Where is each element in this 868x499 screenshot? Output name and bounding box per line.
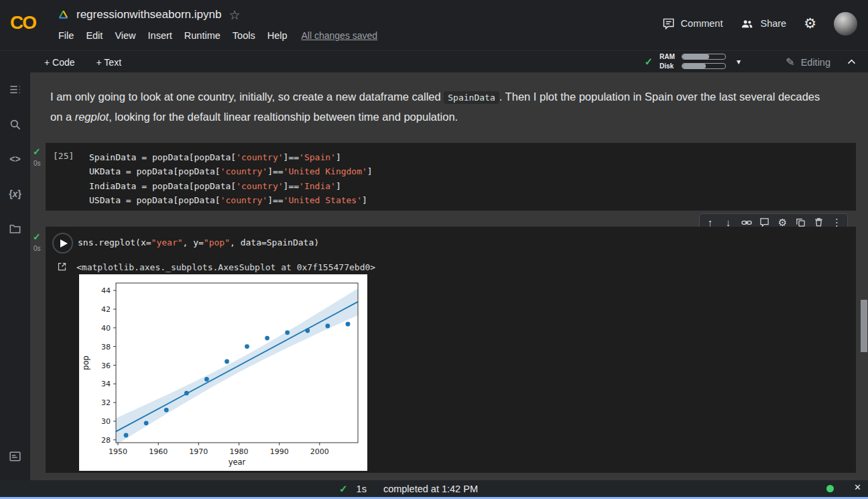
- chevron-down-icon[interactable]: ▾: [737, 57, 741, 66]
- svg-text:pop: pop: [81, 355, 90, 370]
- vertical-scrollbar[interactable]: [860, 72, 868, 480]
- markdown-italic-regplot: regplot: [75, 111, 109, 123]
- matplotlib-figure: 1950196019701980199020002830323436384042…: [79, 274, 367, 471]
- table-of-contents-icon[interactable]: [0, 76, 30, 103]
- avatar[interactable]: [834, 12, 857, 36]
- menu-view[interactable]: View: [109, 27, 141, 44]
- cell1-success-check-icon: ✓: [33, 146, 41, 157]
- settings-gear-icon[interactable]: ⚙: [804, 15, 816, 32]
- cell2-exec-time: 0s: [34, 245, 41, 252]
- ram-usage-bar: [682, 54, 726, 60]
- output-repr: <matplotlib.axes._subplots.AxesSubplot a…: [76, 262, 375, 272]
- markdown-text: I am only going to look at one country, …: [50, 91, 444, 103]
- svg-text:28: 28: [101, 436, 111, 445]
- code-editor-1[interactable]: SpainData = popData[popData['country']==…: [46, 143, 856, 208]
- comment-button[interactable]: Comment: [662, 17, 723, 30]
- close-status-bar-icon[interactable]: ✕: [854, 482, 861, 492]
- scrollbar-thumb[interactable]: [861, 300, 867, 352]
- terminal-icon[interactable]: [0, 443, 30, 469]
- svg-text:2000: 2000: [310, 447, 329, 456]
- notebook-title[interactable]: regressionwithseaborn.ipynb: [76, 8, 221, 21]
- app-header: CO regressionwithseaborn.ipynb ☆ File Ed…: [0, 0, 868, 50]
- svg-text:40: 40: [101, 324, 111, 333]
- resource-monitor[interactable]: ✓ RAM Disk ▾: [644, 53, 741, 70]
- svg-text:year: year: [229, 457, 246, 467]
- status-bar: ✓ 1s completed at 1:42 PM ✕: [0, 480, 868, 497]
- svg-text:1950: 1950: [109, 447, 127, 456]
- code-cell-1[interactable]: [25] SpainData = popData[popData['countr…: [46, 143, 856, 211]
- menu-help[interactable]: Help: [261, 27, 294, 44]
- connected-check-icon: ✓: [644, 56, 653, 68]
- status-check-icon: ✓: [339, 483, 348, 495]
- share-people-icon: [740, 17, 754, 30]
- editing-mode[interactable]: ✎ Editing: [786, 51, 830, 73]
- regplot-chart: 1950196019701980199020002830323436384042…: [79, 274, 367, 471]
- search-icon[interactable]: [0, 111, 30, 137]
- drive-icon: [58, 9, 69, 20]
- colab-app: CO regressionwithseaborn.ipynb ☆ File Ed…: [0, 0, 868, 499]
- output-icon: [57, 262, 67, 272]
- status-exec-time: 1s: [357, 484, 367, 494]
- code-cell-2[interactable]: sns.regplot(x="year", y="pop", data=Spai…: [46, 227, 856, 473]
- menu-bar: File Edit View Insert Runtime Tools Help…: [52, 27, 377, 44]
- cell2-success-check-icon: ✓: [33, 231, 41, 242]
- run-cell-button[interactable]: [52, 233, 73, 254]
- execution-count: [25]: [53, 151, 74, 161]
- menu-insert[interactable]: Insert: [142, 27, 178, 44]
- cell1-exec-time: 0s: [34, 160, 41, 167]
- svg-text:32: 32: [101, 398, 111, 407]
- editing-label: Editing: [801, 57, 830, 68]
- notebook-toolbar: + Code + Text ✓ RAM Disk ▾ ✎ Editing: [0, 50, 868, 72]
- notebook-scroll-area[interactable]: I am only going to look at one country, …: [30, 72, 860, 480]
- svg-text:1970: 1970: [189, 447, 208, 456]
- menu-file[interactable]: File: [52, 27, 80, 44]
- disk-label: Disk: [660, 62, 677, 70]
- save-status[interactable]: All changes saved: [302, 30, 378, 41]
- disk-usage-bar: [682, 63, 726, 69]
- svg-text:42: 42: [101, 305, 111, 314]
- variables-icon[interactable]: {x}: [0, 180, 30, 207]
- add-text-button[interactable]: + Text: [97, 57, 122, 68]
- code-editor-2[interactable]: sns.regplot(x="year", y="pop", data=Spai…: [78, 237, 319, 247]
- svg-text:36: 36: [101, 362, 111, 370]
- star-icon[interactable]: ☆: [229, 7, 240, 23]
- colab-logo[interactable]: CO: [10, 12, 36, 34]
- markdown-cell[interactable]: I am only going to look at one country, …: [50, 87, 831, 127]
- execution-status: ✓ 1s completed at 1:42 PM: [339, 480, 478, 497]
- header-actions: Comment Share ⚙: [662, 9, 857, 38]
- comment-icon: [662, 17, 675, 30]
- files-folder-icon[interactable]: [0, 215, 30, 242]
- menu-edit[interactable]: Edit: [80, 27, 109, 44]
- connection-status-dot: [826, 485, 834, 492]
- title-row: regressionwithseaborn.ipynb ☆: [58, 5, 240, 24]
- menu-runtime[interactable]: Runtime: [178, 27, 227, 44]
- status-message: completed at 1:42 PM: [383, 484, 478, 494]
- share-label: Share: [760, 18, 786, 29]
- code-snippets-icon[interactable]: <>: [0, 146, 30, 172]
- ram-label: RAM: [660, 53, 677, 60]
- svg-text:30: 30: [101, 417, 111, 426]
- resource-bars: RAM Disk: [660, 53, 726, 70]
- svg-text:38: 38: [101, 343, 111, 351]
- markdown-text: , looking for the default linear realtio…: [109, 111, 458, 123]
- collapse-header-button[interactable]: [846, 56, 857, 68]
- menu-tools[interactable]: Tools: [227, 27, 261, 44]
- add-cell-buttons: + Code + Text: [44, 51, 121, 73]
- comment-label: Comment: [681, 18, 723, 29]
- svg-text:44: 44: [101, 286, 111, 295]
- share-button[interactable]: Share: [740, 17, 786, 30]
- svg-text:1990: 1990: [270, 447, 289, 456]
- svg-text:1980: 1980: [230, 447, 249, 456]
- pencil-icon: ✎: [786, 56, 794, 68]
- left-sidebar: <> {x}: [0, 72, 30, 480]
- inline-code-spaindata: SpainData: [444, 91, 499, 104]
- svg-text:34: 34: [101, 380, 111, 388]
- add-code-button[interactable]: + Code: [44, 57, 75, 68]
- play-icon: [60, 239, 68, 247]
- svg-text:1960: 1960: [149, 447, 168, 456]
